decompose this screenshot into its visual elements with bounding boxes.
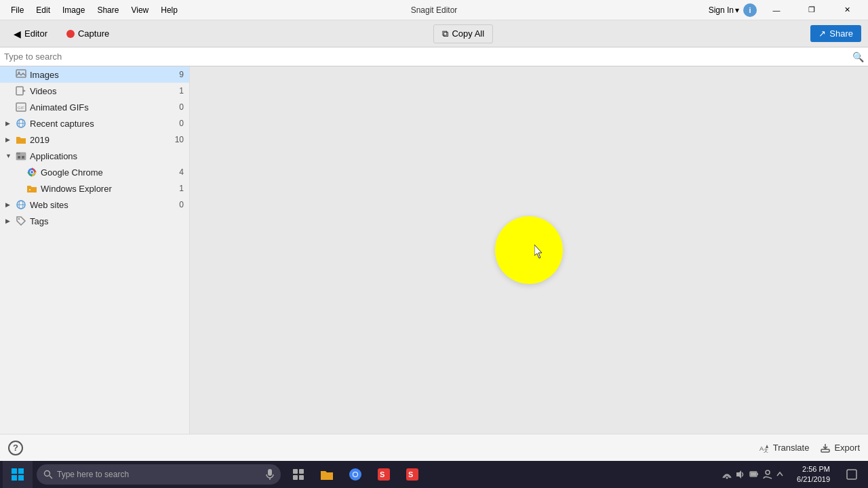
svg-rect-0 (16, 70, 26, 77)
toolbar: ◀ Editor Capture ⧉ Copy All ↗ Share (0, 20, 868, 47)
main-area: Images 9 Videos 1 GIF Animated GIFs 0 (0, 66, 868, 461)
search-icon: 🔍 (852, 52, 864, 62)
network-icon[interactable] (722, 470, 732, 479)
svg-rect-2 (16, 87, 23, 95)
system-clock[interactable]: 2:56 PM 6/21/2019 (791, 464, 835, 485)
taskbar-search[interactable]: Type here to search (37, 464, 281, 485)
tags-icon (16, 216, 26, 226)
images-icon (16, 69, 26, 80)
maximize-button[interactable]: ❐ (796, 1, 827, 20)
svg-rect-50 (847, 470, 856, 479)
system-tray: 2:56 PM 6/21/2019 (717, 461, 865, 488)
app-folder-icon (16, 150, 26, 161)
sidebar-item-images[interactable]: Images 9 (0, 66, 189, 83)
chevron-up-icon[interactable] (776, 470, 783, 479)
svg-point-15 (31, 171, 33, 174)
sidebar-item-applications[interactable]: ▼ Applications (0, 148, 189, 164)
help-button[interactable]: ? (8, 441, 23, 455)
windows-logo-icon (11, 468, 24, 481)
task-view-button[interactable] (285, 461, 312, 488)
sidebar-item-web-sites[interactable]: ▶ Web sites 0 (0, 197, 189, 213)
search-bar: 🔍 (0, 47, 868, 66)
cursor-icon (534, 245, 545, 260)
info-button[interactable]: i (743, 3, 757, 17)
snagit-taskbar-button[interactable]: S (370, 461, 397, 488)
export-icon (820, 443, 831, 453)
status-bar: ? A 文 Translate Export (0, 434, 868, 461)
svg-rect-33 (293, 469, 298, 474)
status-actions: A 文 Translate Export (759, 443, 860, 453)
capture-button[interactable]: Capture (60, 26, 116, 41)
chrome-taskbar-button[interactable] (342, 461, 369, 488)
snagit-taskbar-icon: S (377, 468, 391, 481)
svg-point-20 (18, 218, 20, 220)
sidebar-item-tags[interactable]: ▶ Tags (0, 213, 189, 229)
share-button[interactable]: ↗ Share (810, 25, 861, 42)
sign-in-button[interactable]: Sign In ▾ (709, 5, 739, 15)
copy-all-button[interactable]: ⧉ Copy All (433, 24, 493, 43)
sidebar-item-videos[interactable]: Videos 1 (0, 83, 189, 99)
app-title: Snagit Editor (411, 5, 458, 15)
search-input[interactable] (4, 52, 852, 62)
svg-rect-25 (12, 468, 17, 474)
snagit2-taskbar-button[interactable]: S (399, 461, 426, 488)
svg-rect-34 (299, 469, 304, 474)
start-button[interactable] (3, 461, 33, 488)
menu-share[interactable]: Share (92, 4, 124, 16)
expand-tags-icon: ▶ (5, 218, 12, 224)
svg-text:S: S (408, 470, 413, 479)
menu-file[interactable]: File (5, 4, 29, 16)
sidebar-item-2019[interactable]: ▶ 2019 10 (0, 131, 189, 148)
sign-in-area: Sign In ▾ i — ❐ ✕ (709, 1, 863, 20)
svg-rect-16 (29, 189, 31, 190)
svg-rect-31 (268, 469, 272, 476)
expand-applications-icon: ▼ (5, 152, 12, 159)
share-icon: ↗ (818, 28, 826, 39)
microphone-icon (266, 469, 274, 480)
people-icon[interactable] (763, 470, 772, 479)
system-tray-icons (717, 470, 789, 479)
folder-2019-icon (16, 134, 26, 145)
explorer-icon (26, 183, 37, 194)
editor-button[interactable]: ◀ Editor (7, 26, 54, 42)
snagit2-taskbar-icon: S (406, 468, 419, 481)
file-explorer-icon (320, 468, 334, 481)
file-explorer-taskbar-button[interactable] (313, 461, 340, 488)
content-area (190, 66, 868, 461)
sidebar: Images 9 Videos 1 GIF Animated GIFs 0 (0, 66, 190, 461)
menu-view[interactable]: View (125, 4, 154, 16)
expand-recent-icon: ▶ (5, 120, 12, 127)
expand-2019-icon: ▶ (5, 136, 12, 143)
yellow-circle (495, 216, 563, 284)
gif-icon: GIF (16, 102, 26, 113)
record-dot-icon (66, 30, 75, 38)
back-arrow-icon: ◀ (14, 28, 21, 39)
notification-icon (846, 469, 857, 480)
menu-image[interactable]: Image (57, 4, 90, 16)
sidebar-item-recent-captures[interactable]: ▶ Recent captures 0 (0, 115, 189, 131)
sidebar-item-google-chrome[interactable]: Google Chrome 4 (0, 164, 189, 180)
websites-icon (16, 199, 26, 210)
sidebar-item-animated-gifs[interactable]: GIF Animated GIFs 0 (0, 99, 189, 115)
menu-edit[interactable]: Edit (31, 4, 56, 16)
battery-icon[interactable] (749, 470, 759, 479)
svg-marker-45 (736, 470, 741, 479)
export-button[interactable]: Export (820, 443, 860, 453)
translate-button[interactable]: A 文 Translate (759, 443, 810, 453)
svg-rect-47 (757, 473, 758, 475)
copy-icon: ⧉ (442, 28, 448, 39)
taskbar-search-text: Type here to search (57, 470, 129, 479)
volume-icon[interactable] (736, 470, 745, 479)
close-button[interactable]: ✕ (831, 1, 863, 20)
svg-marker-3 (23, 89, 26, 92)
svg-text:文: 文 (764, 448, 768, 453)
chrome-icon (26, 167, 37, 178)
svg-text:GIF: GIF (18, 106, 24, 110)
taskbar: Type here to search S (0, 461, 868, 488)
sidebar-item-windows-explorer[interactable]: Windows Explorer 1 (0, 180, 189, 197)
menu-help[interactable]: Help (155, 4, 183, 16)
translate-icon: A 文 (759, 443, 770, 453)
svg-marker-21 (534, 245, 542, 258)
notification-button[interactable] (838, 461, 865, 488)
minimize-button[interactable]: — (761, 1, 792, 20)
